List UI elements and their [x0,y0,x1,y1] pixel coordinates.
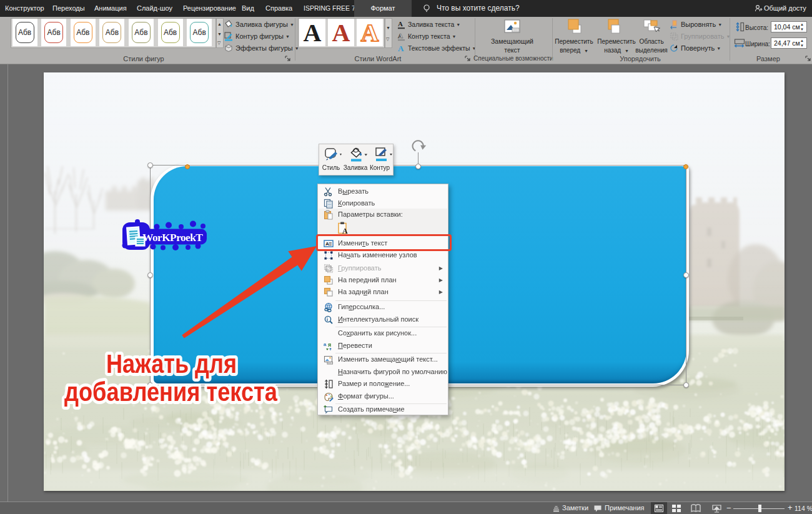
svg-text:i: i [327,317,328,322]
svg-text:я: я [328,342,331,348]
svg-text:А: А [398,20,403,27]
svg-text:А: А [398,32,403,39]
svg-text:A: A [342,227,348,234]
svg-text:добавления текста: добавления текста [64,377,278,407]
svg-text:А: А [398,44,404,53]
svg-text:а: а [324,342,327,347]
svg-text:Нажать для: Нажать для [106,349,237,378]
